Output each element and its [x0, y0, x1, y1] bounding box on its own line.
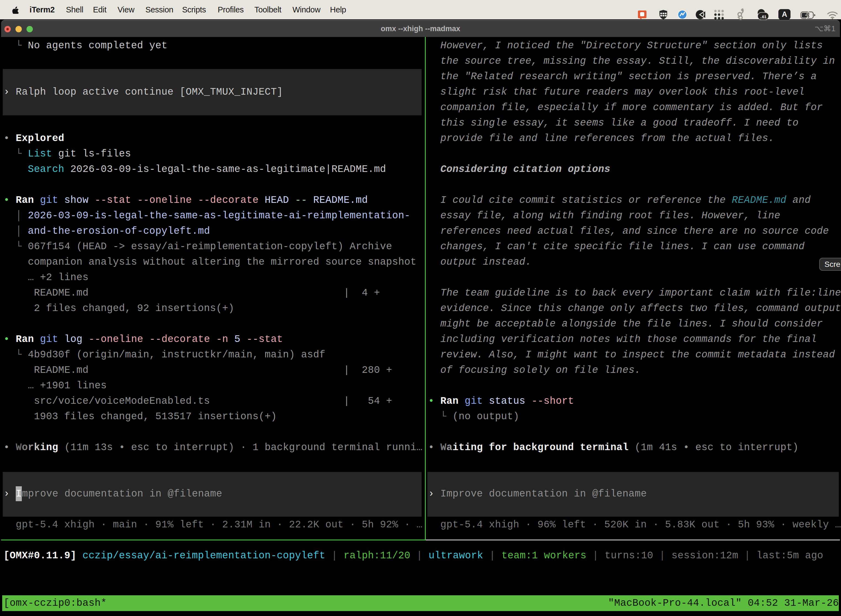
svg-text:A: A: [782, 10, 787, 19]
svg-text:..61: ..61: [760, 14, 766, 19]
